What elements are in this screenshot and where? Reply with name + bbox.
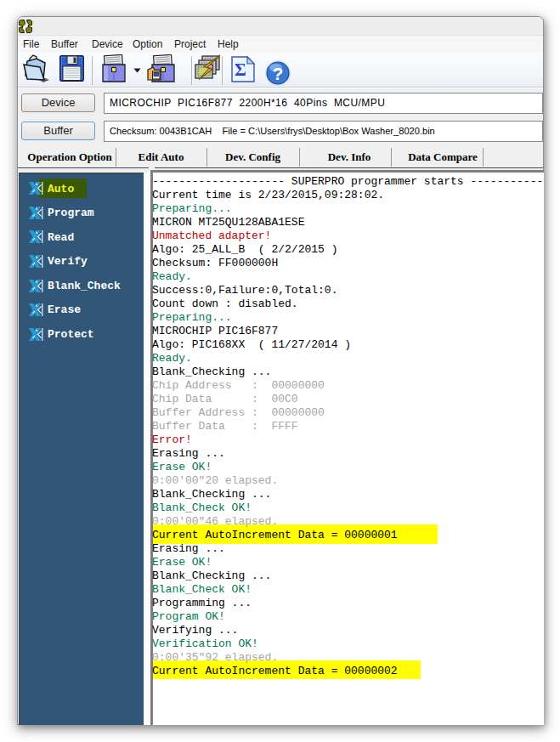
svg-text:?: ? (273, 64, 284, 83)
svg-text:Σ: Σ (235, 59, 246, 80)
